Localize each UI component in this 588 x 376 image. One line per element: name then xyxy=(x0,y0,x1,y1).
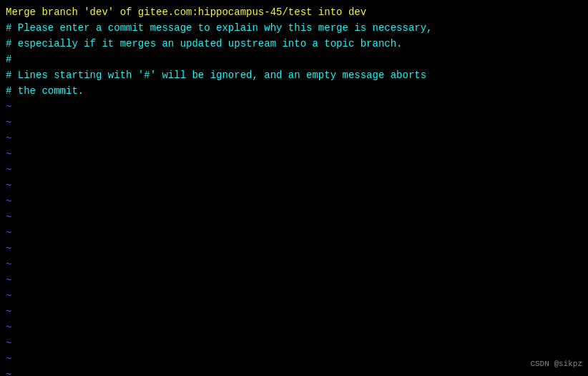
comment-line-1: # Please enter a commit message to expla… xyxy=(6,20,582,36)
tilde-line-6: ~ xyxy=(6,178,582,193)
terminal-window: Merge branch 'dev' of gitee.com:hippocam… xyxy=(0,0,588,376)
tilde-line-14: ~ xyxy=(6,304,582,319)
tilde-line-10: ~ xyxy=(6,241,582,256)
tilde-line-13: ~ xyxy=(6,288,582,304)
tilde-line-3: ~ xyxy=(6,130,582,146)
comment-line-4: # Lines starting with '#' will be ignore… xyxy=(6,67,582,83)
tilde-line-17: ~ xyxy=(6,351,582,367)
tilde-line-9: ~ xyxy=(6,225,582,241)
tilde-line-16: ~ xyxy=(6,335,582,351)
tilde-line-18: ~ xyxy=(6,367,582,376)
watermark: CSDN @sikpz xyxy=(530,356,582,372)
tilde-line-1: ~ xyxy=(6,99,582,115)
tilde-line-11: ~ xyxy=(6,256,582,272)
title-line: Merge branch 'dev' of gitee.com:hippocam… xyxy=(6,4,582,20)
tilde-line-2: ~ xyxy=(6,115,582,130)
tilde-line-4: ~ xyxy=(6,146,582,162)
comment-line-3: # xyxy=(6,52,582,67)
tilde-line-15: ~ xyxy=(6,319,582,335)
tilde-line-8: ~ xyxy=(6,209,582,225)
comment-line-5: # the commit. xyxy=(6,83,582,99)
tilde-line-7: ~ xyxy=(6,193,582,209)
tilde-line-5: ~ xyxy=(6,162,582,178)
tilde-line-12: ~ xyxy=(6,272,582,288)
comment-line-2: # especially if it merges an updated ups… xyxy=(6,36,582,52)
